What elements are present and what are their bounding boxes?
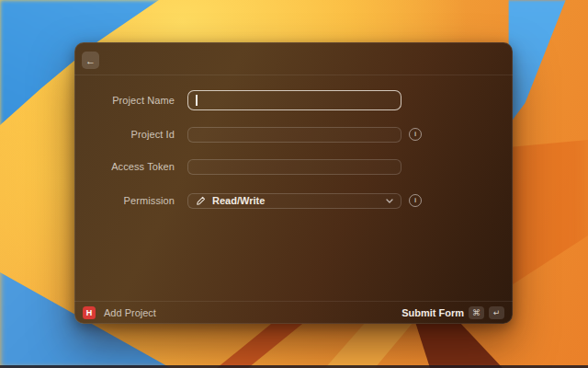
action-bar: H Add Project Submit Form ⌘ ↵ [74, 301, 513, 324]
permission-info-icon[interactable]: i [409, 194, 422, 207]
raycast-window: ← Project Name Project Id i Access Token [74, 42, 513, 324]
project-name-field-wrap [187, 90, 401, 110]
project-id-field-wrap [187, 127, 401, 143]
project-name-input[interactable] [187, 90, 401, 110]
permission-dropdown[interactable]: Read/Write [187, 193, 401, 209]
window-header: ← [74, 42, 513, 75]
return-key-icon: ↵ [489, 306, 504, 319]
extension-icon: H [83, 306, 96, 319]
access-token-field-wrap [187, 159, 401, 175]
chevron-down-icon [386, 199, 393, 203]
permission-label: Permission [74, 195, 175, 206]
command-title: Add Project [104, 307, 156, 318]
access-token-input[interactable] [187, 159, 401, 175]
submit-form-label: Submit Form [401, 307, 464, 318]
form-row-project-id: Project Id i [74, 123, 513, 145]
project-id-input[interactable] [187, 127, 401, 143]
form-row-project-name: Project Name [74, 89, 513, 111]
back-arrow-icon: ← [85, 55, 96, 66]
project-name-label: Project Name [74, 95, 175, 106]
submit-form-button[interactable]: Submit Form ⌘ ↵ [401, 306, 504, 319]
command-key-icon: ⌘ [469, 306, 484, 319]
desktop: ← Project Name Project Id i Access Token [0, 0, 588, 368]
access-token-label: Access Token [74, 161, 175, 172]
pencil-icon [196, 196, 206, 206]
back-button[interactable]: ← [82, 52, 99, 69]
text-caret [196, 95, 198, 106]
form-row-permission: Permission Read/Write i [74, 190, 513, 212]
project-id-label: Project Id [74, 129, 175, 140]
permission-value: Read/Write [212, 195, 265, 206]
permission-field-wrap: Read/Write [187, 193, 401, 209]
form-row-access-token: Access Token [74, 155, 513, 178]
project-id-info-icon[interactable]: i [409, 128, 422, 141]
